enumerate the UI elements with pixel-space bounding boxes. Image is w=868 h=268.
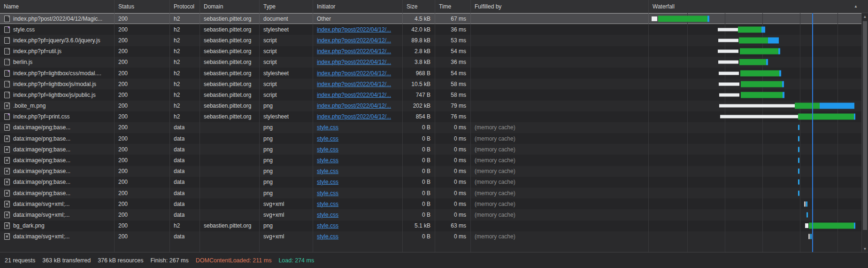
vertical-scrollbar[interactable]: ▲ ▼ <box>861 13 868 252</box>
table-row[interactable]: data:image/png;base...200datapngstyle.cs… <box>0 133 868 144</box>
initiator-link[interactable]: style.css <box>317 135 338 142</box>
status-value-text: 200 <box>118 157 128 164</box>
table-row[interactable]: data:image/png;base...200datapngstyle.cs… <box>0 144 868 155</box>
table-row[interactable]: index.php?pf=util.js200h2sebastien.pitte… <box>0 46 868 57</box>
size-value-text: 0 B <box>422 157 430 164</box>
initiator-link[interactable]: index.php?post/2022/04/12/... <box>317 81 391 87</box>
column-header-domain[interactable]: Domain <box>200 0 260 13</box>
size-value: 0 B <box>403 209 435 220</box>
initiator-link[interactable]: style.css <box>317 190 338 197</box>
column-header-name[interactable]: Name <box>0 0 115 13</box>
initiator-link[interactable]: index.php?post/2022/04/12/... <box>317 59 391 65</box>
protocol-value-text: h2 <box>174 48 180 55</box>
table-row[interactable]: style.css200h2sebastien.pittet.orgstyles… <box>0 24 868 35</box>
table-row[interactable]: berlin.js200h2sebastien.pittet.orgscript… <box>0 57 868 68</box>
protocol-value-text: h2 <box>174 37 180 44</box>
file-icon <box>4 48 10 55</box>
request-name-text: data:image/png;base... <box>13 135 70 142</box>
table-row[interactable]: bg_dark.png200h2sebastien.pittet.orgpngs… <box>0 221 868 231</box>
scrollbar-thumb[interactable] <box>863 21 867 230</box>
status-value-text: 200 <box>118 146 128 153</box>
size-value: 0 B <box>403 198 435 209</box>
table-row[interactable]: index.php?post/2022/04/12/Magic...200h2s… <box>0 13 868 24</box>
table-row[interactable]: index.php?pf=lightbox/js/modal.js200h2se… <box>0 79 868 89</box>
protocol-value: h2 <box>170 35 200 46</box>
table-row[interactable]: data:image/png;base...200datapngstyle.cs… <box>0 166 868 177</box>
initiator-link[interactable]: style.css <box>317 124 338 131</box>
initiator-link[interactable]: style.css <box>317 212 338 218</box>
table-row[interactable]: .boite_m.png200h2sebastien.pittet.orgpng… <box>0 101 868 111</box>
table-row[interactable]: data:image/png;base...200datapngstyle.cs… <box>0 122 868 133</box>
column-header-status[interactable]: Status <box>115 0 170 13</box>
waterfall-bar-white <box>719 82 739 86</box>
initiator-link[interactable]: style.css <box>317 157 338 164</box>
status-value: 200 <box>115 57 170 68</box>
initiator-link[interactable]: index.php?post/2022/04/12/... <box>317 37 391 44</box>
waterfall-cell <box>649 155 868 166</box>
initiator-link[interactable]: style.css <box>317 146 338 153</box>
table-row[interactable]: data:image/svg+xml;...200datasvg+xmlstyl… <box>0 198 868 209</box>
protocol-value: h2 <box>170 57 200 68</box>
initiator-link[interactable]: index.php?post/2022/04/12/... <box>317 26 391 33</box>
fulfilled-by-value <box>471 221 649 231</box>
column-header-waterfall[interactable]: Waterfall▲ <box>649 0 868 13</box>
column-header-initiator[interactable]: Initiator <box>313 0 403 13</box>
image-file-icon <box>4 233 10 240</box>
type-value-text: png <box>263 146 273 153</box>
request-name-text: bg_dark.png <box>13 222 45 229</box>
table-row[interactable]: data:image/svg+xml;...200datasvg+xmlstyl… <box>0 209 868 220</box>
initiator-link[interactable]: index.php?post/2022/04/12/... <box>317 92 391 98</box>
table-row[interactable]: data:image/svg+xml;...200datasvg+xmlstyl… <box>0 231 868 242</box>
waterfall-cell <box>649 133 868 144</box>
status-value-text: 200 <box>118 92 128 98</box>
time-value: 0 ms <box>435 177 471 188</box>
size-value-text: 747 B <box>416 92 430 98</box>
waterfall-bar-white <box>719 71 739 75</box>
table-row[interactable]: index.php?pf=lightbox/css/modal....200h2… <box>0 68 868 79</box>
initiator-link[interactable]: style.css <box>317 179 338 185</box>
column-header-protocol[interactable]: Protocol <box>170 0 200 13</box>
status-value-text: 200 <box>118 26 128 33</box>
waterfall-bar-blue <box>779 70 781 76</box>
domain-value: sebastien.pittet.org <box>200 46 260 57</box>
size-value-text: 5.1 kB <box>415 222 430 229</box>
size-value: 854 B <box>403 111 435 122</box>
type-value: png <box>260 155 313 166</box>
initiator-link[interactable]: style.css <box>317 233 338 240</box>
waterfall-bar-white <box>718 61 738 64</box>
table-row[interactable]: data:image/png;base...200datapngstyle.cs… <box>0 188 868 198</box>
initiator-link[interactable]: style.css <box>317 222 338 229</box>
status-value: 200 <box>115 177 170 188</box>
column-header-fulfilled-by[interactable]: Fulfilled by <box>471 0 649 13</box>
initiator-link[interactable]: index.php?post/2022/04/12/... <box>317 70 391 77</box>
column-header-size[interactable]: Size <box>403 0 435 13</box>
waterfall-bar-green <box>739 37 768 43</box>
waterfall-cell <box>649 166 868 177</box>
type-value: stylesheet <box>260 68 313 79</box>
request-name-text: index.php?pf=util.js <box>13 48 61 55</box>
initiator-link[interactable]: index.php?post/2022/04/12/... <box>317 102 391 109</box>
waterfall-bar-tickg <box>808 234 810 239</box>
summary-domcontentloaded: DOMContentLoaded: 211 ms <box>196 257 272 264</box>
waterfall-bar-blue <box>766 59 768 65</box>
fulfilled-by-value <box>471 101 649 111</box>
column-header-time[interactable]: Time <box>435 0 471 13</box>
table-row[interactable]: data:image/png;base...200datapngstyle.cs… <box>0 177 868 188</box>
scroll-up-icon[interactable]: ▲ <box>862 13 868 20</box>
type-value: stylesheet <box>260 24 313 35</box>
table-row[interactable]: index.php?pf=print.css200h2sebastien.pit… <box>0 111 868 122</box>
table-row[interactable]: index.php?pf=lightbox/js/public.js200h2s… <box>0 89 868 100</box>
table-row[interactable]: data:image/png;base...200datapngstyle.cs… <box>0 155 868 166</box>
request-name-text: data:image/png;base... <box>13 124 70 131</box>
request-list: index.php?post/2022/04/12/Magic...200h2s… <box>0 13 868 252</box>
initiator-link[interactable]: index.php?post/2022/04/12/... <box>317 48 391 55</box>
table-row[interactable]: index.php?pf=jquery/3.6.0/jquery.js200h2… <box>0 35 868 46</box>
column-header-type[interactable]: Type <box>260 0 313 13</box>
initiator-link[interactable]: index.php?post/2022/04/12/... <box>317 113 391 120</box>
request-name: data:image/svg+xml;... <box>0 209 115 220</box>
initiator-link[interactable]: style.css <box>317 168 338 174</box>
waterfall-bar-tickb <box>798 125 799 130</box>
initiator-link[interactable]: style.css <box>317 201 338 207</box>
scroll-down-icon[interactable]: ▼ <box>862 245 868 252</box>
image-file-icon <box>4 222 10 229</box>
